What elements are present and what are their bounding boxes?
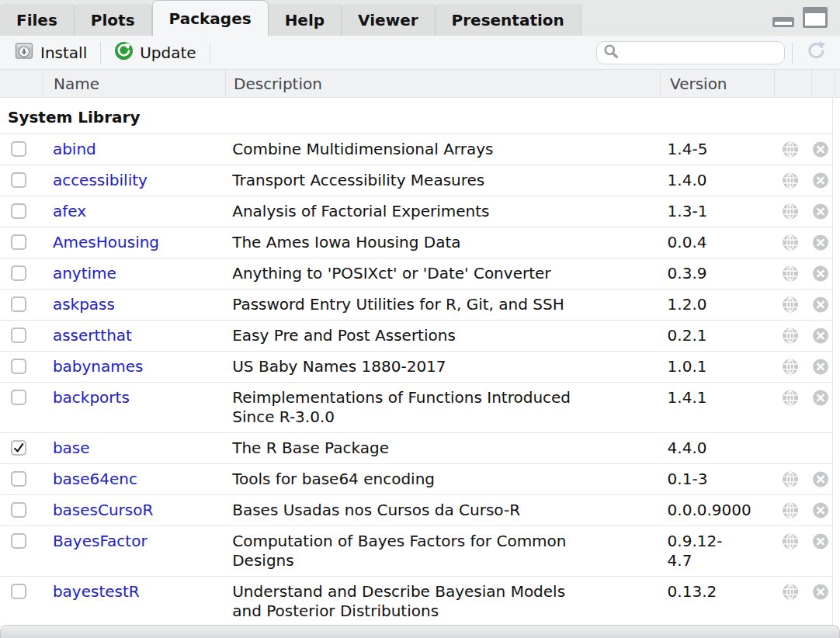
package-row: askpassPassword Entry Utilities for R, G…: [0, 290, 832, 321]
search-box[interactable]: [596, 41, 785, 64]
remove-package-icon[interactable]: [813, 203, 828, 219]
remove-package-icon[interactable]: [813, 328, 828, 343]
tab-packages[interactable]: Packages: [152, 0, 269, 36]
package-checkbox[interactable]: [11, 203, 26, 219]
tab-plots[interactable]: Plots: [75, 4, 152, 36]
package-row: afexAnalysis of Factorial Experiments1.3…: [0, 196, 832, 227]
pane-window-controls: [772, 7, 828, 28]
package-name-link[interactable]: backports: [53, 388, 130, 407]
remove-package-icon[interactable]: [813, 359, 828, 374]
tab-label: Files: [16, 11, 57, 29]
package-checkbox[interactable]: [11, 533, 26, 549]
library-group-label: System Library: [8, 108, 140, 127]
remove-package-icon[interactable]: [813, 265, 828, 281]
remove-cell: [809, 501, 832, 518]
package-name-link[interactable]: basesCursoR: [53, 501, 154, 519]
package-version: 1.3-1: [658, 202, 772, 221]
browse-package-homepage-icon[interactable]: [783, 172, 798, 188]
browse-package-homepage-icon[interactable]: [783, 265, 798, 281]
browse-package-homepage-icon[interactable]: [783, 296, 798, 312]
column-header-filler: [835, 70, 840, 97]
package-checkbox[interactable]: [11, 234, 26, 250]
remove-package-icon[interactable]: [813, 141, 828, 157]
tab-label: Presentation: [452, 11, 564, 29]
browse-package-homepage-icon[interactable]: [783, 471, 798, 487]
package-name-link[interactable]: anytime: [53, 264, 116, 283]
remove-package-icon[interactable]: [813, 471, 828, 487]
remove-package-icon[interactable]: [813, 533, 828, 549]
package-table-header: Name Description Version: [0, 70, 840, 98]
package-checkbox[interactable]: [11, 502, 26, 518]
package-name-link[interactable]: base: [53, 439, 90, 457]
package-version: 1.2.0: [658, 295, 772, 314]
remove-package-icon[interactable]: [813, 390, 828, 405]
homepage-cell: [772, 233, 809, 250]
checkbox-cell: [0, 140, 43, 157]
remove-package-icon[interactable]: [813, 502, 828, 518]
tab-help[interactable]: Help: [269, 4, 342, 36]
package-name-cell: backports: [43, 388, 224, 407]
tab-files[interactable]: Files: [0, 4, 75, 36]
package-name-link[interactable]: assertthat: [53, 326, 132, 345]
checkbox-cell: [0, 388, 43, 405]
package-name-link[interactable]: askpass: [53, 295, 115, 314]
maximize-pane-icon[interactable]: [803, 7, 828, 28]
browse-package-homepage-icon[interactable]: [783, 502, 798, 518]
remove-package-icon[interactable]: [813, 584, 828, 599]
package-checkbox[interactable]: [11, 141, 26, 157]
package-description: The R Base Package: [224, 439, 658, 458]
package-name-cell: askpass: [43, 295, 224, 314]
package-checkbox[interactable]: [11, 359, 26, 374]
package-name-link[interactable]: babynames: [53, 357, 144, 376]
package-row: base64encTools for base64 encoding0.1-3: [0, 464, 832, 495]
package-name-link[interactable]: afex: [53, 202, 86, 220]
package-name-link[interactable]: accessibility: [53, 171, 148, 189]
package-name-link[interactable]: BayesFactor: [53, 532, 148, 550]
remove-package-icon[interactable]: [813, 296, 828, 312]
package-name-link[interactable]: base64enc: [53, 470, 137, 488]
search-input[interactable]: [623, 43, 778, 61]
remove-package-icon[interactable]: [813, 234, 828, 250]
tab-label: Help: [285, 11, 325, 29]
package-checkbox[interactable]: [11, 390, 26, 405]
package-checkbox[interactable]: [11, 328, 26, 343]
browse-package-homepage-icon[interactable]: [783, 203, 798, 219]
package-checkbox[interactable]: [11, 296, 26, 312]
package-checkbox[interactable]: [11, 265, 26, 281]
homepage-cell: [772, 264, 809, 281]
package-name-link[interactable]: abind: [53, 140, 96, 158]
package-version: 1.4.1: [658, 388, 772, 407]
package-row: anytimeAnything to 'POSIXct' or 'Date' C…: [0, 258, 832, 290]
browse-package-homepage-icon[interactable]: [783, 234, 798, 250]
remove-package-icon[interactable]: [813, 172, 828, 188]
library-group-header: System Library: [0, 98, 832, 134]
package-name-link[interactable]: AmesHousing: [53, 233, 159, 251]
package-version: 4.4.0: [658, 439, 772, 458]
checkbox-cell: [0, 202, 43, 219]
browse-package-homepage-icon[interactable]: [783, 359, 798, 374]
package-version: 0.9.12-4.7: [658, 532, 772, 570]
minimize-pane-icon[interactable]: [772, 17, 794, 27]
package-description: Password Entry Utilities for R, Git, and…: [224, 295, 658, 314]
install-button[interactable]: Install: [8, 37, 93, 68]
toolbar-separator: [210, 42, 210, 64]
install-button-label: Install: [40, 43, 87, 62]
refresh-button[interactable]: [800, 38, 832, 67]
browse-package-homepage-icon[interactable]: [783, 328, 798, 343]
tab-viewer[interactable]: Viewer: [342, 4, 435, 36]
browse-package-homepage-icon[interactable]: [783, 390, 798, 405]
package-checkbox-checked[interactable]: [11, 440, 26, 456]
homepage-cell: [772, 470, 809, 487]
tab-presentation[interactable]: Presentation: [436, 4, 581, 36]
tab-label: Plots: [91, 11, 135, 29]
package-checkbox[interactable]: [11, 172, 26, 188]
browse-package-homepage-icon[interactable]: [783, 584, 798, 599]
remove-cell: [809, 171, 832, 188]
browse-package-homepage-icon[interactable]: [783, 141, 798, 157]
package-version: 1.0.1: [658, 357, 772, 376]
update-button[interactable]: Update: [108, 38, 202, 68]
package-checkbox[interactable]: [11, 471, 26, 487]
package-checkbox[interactable]: [11, 584, 26, 599]
browse-package-homepage-icon[interactable]: [783, 533, 798, 549]
package-name-link[interactable]: bayestestR: [53, 582, 140, 601]
